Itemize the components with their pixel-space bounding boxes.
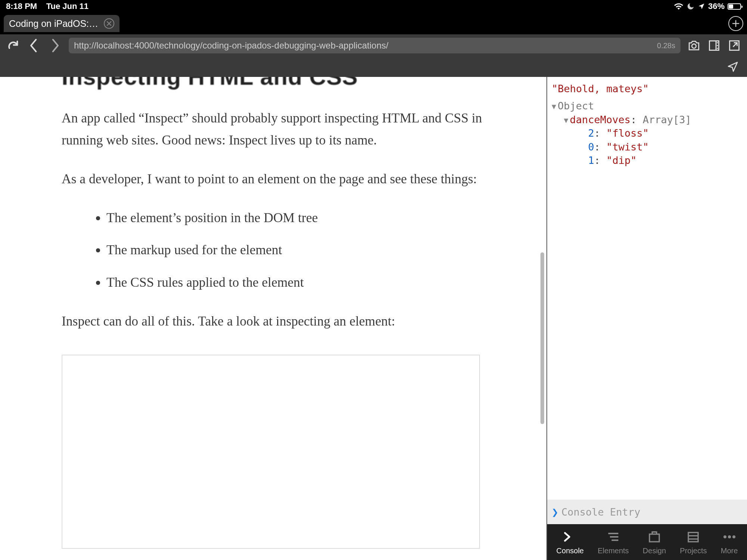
article-image-placeholder bbox=[62, 355, 480, 549]
devtools-panel: "Behold, mateys" ▼Object ▼danceMoves: Ar… bbox=[546, 77, 747, 560]
console-type: Array bbox=[643, 114, 673, 125]
svg-point-16 bbox=[728, 535, 731, 538]
prompt-icon: ❯ bbox=[552, 505, 558, 519]
browser-tab[interactable]: Coding on iPadOS: D… bbox=[4, 15, 120, 32]
status-time-date: 8:18 PM Tue Jun 11 bbox=[6, 1, 89, 11]
design-icon bbox=[648, 529, 661, 544]
disclosure-triangle-icon[interactable]: ▼ bbox=[564, 115, 568, 125]
page-viewport[interactable]: Inspecting HTML and CSS An app called “I… bbox=[0, 77, 546, 560]
tab-title: Coding on iPadOS: D… bbox=[9, 18, 99, 29]
load-time: 0.28s bbox=[657, 41, 675, 50]
svg-point-17 bbox=[732, 535, 735, 538]
export-button[interactable] bbox=[728, 39, 741, 52]
svg-point-5 bbox=[717, 48, 718, 49]
scrollbar[interactable] bbox=[540, 252, 544, 424]
status-date: Tue Jun 11 bbox=[46, 1, 89, 11]
url-toolbar: http://localhost:4000/technology/coding-… bbox=[0, 34, 747, 57]
console-input-placeholder: Console Entry bbox=[561, 506, 640, 518]
more-icon bbox=[722, 529, 737, 544]
console-prop: danceMoves bbox=[570, 114, 631, 125]
back-button[interactable] bbox=[27, 38, 41, 53]
elements-icon bbox=[607, 529, 620, 544]
console-value: "twist" bbox=[606, 141, 649, 153]
svg-rect-10 bbox=[650, 534, 659, 541]
tab-bar: Coding on iPadOS: D… bbox=[0, 13, 747, 34]
console-object-label: Object bbox=[558, 100, 594, 112]
console-input[interactable]: ❯ Console Entry bbox=[547, 500, 747, 524]
console-index: 1 bbox=[588, 155, 594, 166]
article-list: The element’s position in the DOM tree T… bbox=[62, 207, 485, 293]
list-item: The markup used for the element bbox=[106, 239, 485, 261]
devtab-label: Console bbox=[557, 547, 584, 555]
url-text: http://localhost:4000/technology/coding-… bbox=[74, 40, 653, 51]
svg-rect-12 bbox=[688, 532, 698, 542]
devtab-console[interactable]: Console bbox=[557, 529, 584, 555]
article-paragraph: An app called “Inspect” should probably … bbox=[62, 107, 485, 151]
console-value: "dip" bbox=[606, 155, 636, 166]
list-item: The element’s position in the DOM tree bbox=[106, 207, 485, 228]
list-item: The CSS rules applied to the element bbox=[106, 272, 485, 293]
close-tab-button[interactable] bbox=[104, 18, 114, 29]
status-bar: 8:18 PM Tue Jun 11 36% bbox=[0, 0, 747, 13]
console-array-length: [3] bbox=[673, 114, 691, 125]
devtab-design[interactable]: Design bbox=[643, 529, 666, 555]
console-index: 0 bbox=[588, 141, 594, 153]
devtab-label: Elements bbox=[598, 547, 629, 555]
wifi-icon bbox=[674, 3, 684, 10]
moon-icon bbox=[686, 2, 695, 10]
console-value: "floss" bbox=[606, 127, 649, 139]
devtab-label: Projects bbox=[680, 547, 707, 555]
secondary-toolbar bbox=[0, 57, 747, 77]
console-output[interactable]: "Behold, mateys" ▼Object ▼danceMoves: Ar… bbox=[547, 77, 747, 500]
console-index: 2 bbox=[588, 127, 594, 139]
battery-percent: 36% bbox=[708, 1, 725, 11]
console-string: "Behold, mateys" bbox=[552, 83, 649, 94]
new-tab-button[interactable] bbox=[728, 16, 743, 31]
panel-toggle-button[interactable] bbox=[707, 39, 721, 52]
devtab-projects[interactable]: Projects bbox=[680, 529, 707, 555]
svg-point-4 bbox=[717, 45, 718, 46]
battery-icon bbox=[728, 3, 741, 10]
svg-point-3 bbox=[717, 42, 718, 44]
send-button[interactable] bbox=[726, 60, 740, 74]
article-paragraph: Inspect can do all of this. Take a look … bbox=[62, 310, 485, 332]
url-field[interactable]: http://localhost:4000/technology/coding-… bbox=[69, 38, 681, 53]
location-icon bbox=[698, 3, 705, 10]
devtools-tabbar: Console Elements Design Projects More bbox=[547, 524, 747, 560]
screenshot-button[interactable] bbox=[687, 39, 701, 52]
reload-button[interactable] bbox=[6, 38, 20, 53]
article-paragraph: As a developer, I want to point to an el… bbox=[62, 168, 485, 190]
disclosure-triangle-icon[interactable]: ▼ bbox=[552, 102, 556, 112]
projects-icon bbox=[686, 529, 700, 544]
devtab-label: Design bbox=[643, 547, 666, 555]
workspace: Inspecting HTML and CSS An app called “I… bbox=[0, 77, 747, 560]
article-heading: Inspecting HTML and CSS bbox=[62, 77, 485, 90]
devtab-more[interactable]: More bbox=[721, 529, 738, 555]
svg-point-15 bbox=[723, 535, 726, 538]
svg-point-0 bbox=[692, 44, 696, 48]
status-time: 8:18 PM bbox=[6, 1, 37, 11]
devtab-elements[interactable]: Elements bbox=[598, 529, 629, 555]
forward-button[interactable] bbox=[48, 38, 62, 53]
devtab-label: More bbox=[721, 547, 738, 555]
console-icon bbox=[563, 529, 577, 544]
